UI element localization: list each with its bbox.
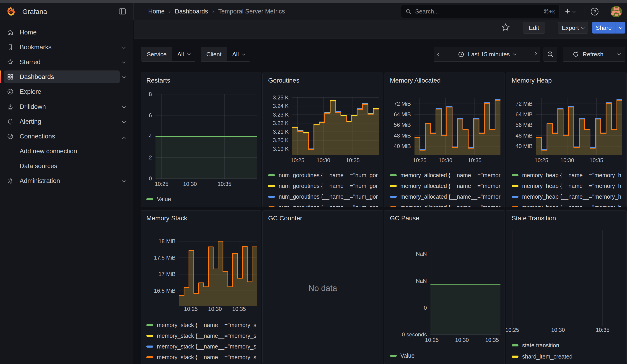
panel-restarts: Restarts0246810:2510:3010:35Value bbox=[141, 73, 261, 207]
add-button[interactable]: + bbox=[565, 7, 582, 16]
svg-text:10:25: 10:25 bbox=[155, 181, 168, 187]
legend-series-marker bbox=[512, 174, 519, 176]
sidebar-item-label: Drilldown bbox=[20, 103, 46, 110]
legend-item[interactable]: memory_allocated {__name__="memor bbox=[390, 193, 500, 200]
chevron-down-icon[interactable] bbox=[122, 45, 126, 49]
share-dropdown-button[interactable] bbox=[616, 22, 626, 34]
svg-text:10:35: 10:35 bbox=[468, 157, 481, 163]
restarts-chart[interactable]: 0246810:2510:3010:35 bbox=[141, 73, 261, 207]
refresh-interval-button[interactable] bbox=[613, 47, 625, 62]
sidebar-collapse-icon[interactable] bbox=[119, 8, 126, 15]
legend-item[interactable]: memory_stack {__name__="memory_s bbox=[146, 332, 256, 339]
sidebar-item-data-sources[interactable]: Data sources bbox=[0, 159, 133, 173]
legend-item[interactable]: shard_item_created bbox=[512, 353, 573, 360]
breadcrumb-home[interactable]: Home bbox=[148, 8, 165, 15]
breadcrumb-current: Temporal Server Metrics bbox=[218, 8, 285, 15]
sidebar-item-explore[interactable]: Explore bbox=[0, 84, 133, 99]
chevron-down-icon bbox=[572, 9, 576, 13]
legend-item[interactable]: memory_stack {__name__="memory_s bbox=[146, 343, 256, 350]
legend-item[interactable]: memory_heap {__name__="memory_h bbox=[512, 193, 621, 200]
time-back-button[interactable] bbox=[434, 47, 444, 62]
panel-memory-stack: Memory Stack16.5 MiB17 MiB17.5 MiB18 MiB… bbox=[141, 210, 261, 364]
sidebar-item-drilldown[interactable]: Drilldown bbox=[0, 100, 133, 114]
legend-item[interactable]: num_goroutines {__name__="num_gor bbox=[268, 193, 378, 200]
sidebar-item-label: Bookmarks bbox=[20, 44, 52, 51]
share-button[interactable]: Share bbox=[592, 22, 616, 34]
sidebar-item-connections[interactable]: Connections bbox=[0, 129, 133, 144]
legend-series-marker bbox=[146, 356, 153, 358]
panel-title[interactable]: GC Counter bbox=[268, 215, 302, 222]
sidebar-item-bookmarks[interactable]: Bookmarks bbox=[0, 40, 133, 54]
legend-series-label: memory_heap {__name__="memory_h bbox=[522, 172, 621, 179]
sidebar-item-label: Starred bbox=[20, 58, 41, 66]
sidebar-item-alerting[interactable]: Alerting bbox=[0, 114, 133, 129]
edit-button[interactable]: Edit bbox=[523, 22, 545, 34]
svg-text:10:35: 10:35 bbox=[346, 157, 360, 163]
legend-item[interactable]: num_goroutines {__name__="num_gor bbox=[268, 172, 378, 179]
sidebar-item-add-new-connection[interactable]: Add new connection bbox=[0, 144, 133, 158]
export-button[interactable]: Export bbox=[558, 22, 588, 34]
legend-item[interactable]: memory_allocated {__name__="memor bbox=[390, 204, 500, 207]
gc-pause-chart[interactable]: 0 seconds0NaNNaN10:2510:3010:35 bbox=[384, 210, 505, 364]
chevron-down-icon[interactable] bbox=[122, 119, 126, 123]
legend-item[interactable]: memory_allocated {__name__="memor bbox=[390, 183, 500, 189]
svg-text:10:25: 10:25 bbox=[413, 157, 427, 163]
svg-text:18 MiB: 18 MiB bbox=[158, 238, 176, 244]
sidebar-item-home[interactable]: Home bbox=[0, 25, 133, 40]
time-range-picker[interactable]: Last 15 minutes bbox=[444, 47, 530, 62]
sidebar-item-starred[interactable]: Starred bbox=[0, 55, 133, 69]
chevron-up-icon[interactable] bbox=[122, 137, 126, 141]
svg-text:3.24 K: 3.24 K bbox=[273, 103, 289, 109]
breadcrumb-dashboards[interactable]: Dashboards bbox=[175, 8, 208, 15]
sidebar-item-label: Explore bbox=[20, 88, 41, 95]
legend-item[interactable]: memory_stack {__name__="memory_s bbox=[146, 354, 256, 361]
favorite-star-icon[interactable] bbox=[501, 22, 511, 32]
sidebar-item-label: Home bbox=[20, 29, 37, 36]
legend-item[interactable]: memory_heap {__name__="memory_h bbox=[512, 183, 621, 189]
search-box[interactable]: ⌘+k bbox=[401, 5, 560, 18]
svg-text:72 MiB: 72 MiB bbox=[516, 101, 533, 107]
legend-item[interactable]: Value bbox=[146, 196, 171, 203]
legend-series-marker bbox=[268, 196, 275, 198]
state-transition-chart[interactable]: 10:2510:3010:35 bbox=[506, 210, 627, 364]
sidebar-item-label: Add new connection bbox=[20, 148, 77, 155]
refresh-button[interactable]: Refresh bbox=[563, 47, 613, 62]
chevron-down-icon[interactable] bbox=[122, 75, 126, 79]
service-filter[interactable]: Service All bbox=[141, 47, 195, 62]
legend-item[interactable]: memory_allocated {__name__="memor bbox=[390, 172, 500, 179]
legend-series-label: num_goroutines {__name__="num_gor bbox=[279, 193, 378, 200]
window-chrome-strip bbox=[0, 0, 627, 3]
chevron-left-icon bbox=[437, 52, 441, 56]
memory-stack-chart[interactable]: 16.5 MiB17 MiB17.5 MiB18 MiB10:2510:3010… bbox=[141, 210, 261, 364]
legend-item[interactable]: Value bbox=[390, 352, 415, 359]
search-input[interactable] bbox=[415, 8, 540, 15]
bookmark-icon bbox=[7, 44, 14, 51]
time-zoom-out-button[interactable] bbox=[544, 47, 557, 62]
legend-series-marker bbox=[390, 174, 397, 176]
grafana-logo-icon[interactable] bbox=[6, 6, 16, 16]
client-filter[interactable]: Client All bbox=[201, 47, 250, 62]
chevron-down-icon[interactable] bbox=[122, 105, 126, 108]
legend-item[interactable]: memory_heap {__name__="memory_h bbox=[512, 172, 621, 179]
chevron-down-icon[interactable] bbox=[122, 179, 126, 183]
legend-item[interactable]: memory_stack {__name__="memory_s bbox=[146, 322, 256, 328]
legend-item[interactable]: num_goroutines {__name__="num_gor bbox=[268, 204, 378, 207]
legend-series-label: memory_stack {__name__="memory_s bbox=[157, 343, 256, 350]
chevron-down-icon[interactable] bbox=[122, 60, 126, 64]
legend-item[interactable]: memory_heap {__name__="memory_h bbox=[512, 204, 621, 207]
sidebar-item-administration[interactable]: Administration bbox=[0, 174, 133, 188]
svg-text:4: 4 bbox=[149, 133, 152, 139]
divider bbox=[517, 22, 517, 33]
search-shortcut: ⌘+k bbox=[544, 8, 555, 15]
svg-text:56 MiB: 56 MiB bbox=[516, 122, 533, 128]
sidebar-item-dashboards[interactable]: Dashboards bbox=[0, 70, 133, 84]
connections-icon bbox=[7, 133, 14, 140]
legend-item[interactable]: state transition bbox=[512, 342, 559, 349]
help-icon[interactable]: ? bbox=[590, 7, 600, 17]
svg-text:10:30: 10:30 bbox=[208, 306, 222, 312]
svg-text:40 MiB: 40 MiB bbox=[394, 143, 411, 149]
svg-text:3.25 K: 3.25 K bbox=[273, 95, 289, 101]
time-forward-button[interactable] bbox=[530, 47, 540, 62]
avatar[interactable] bbox=[611, 6, 622, 17]
legend-item[interactable]: num_goroutines {__name__="num_gor bbox=[268, 183, 378, 189]
